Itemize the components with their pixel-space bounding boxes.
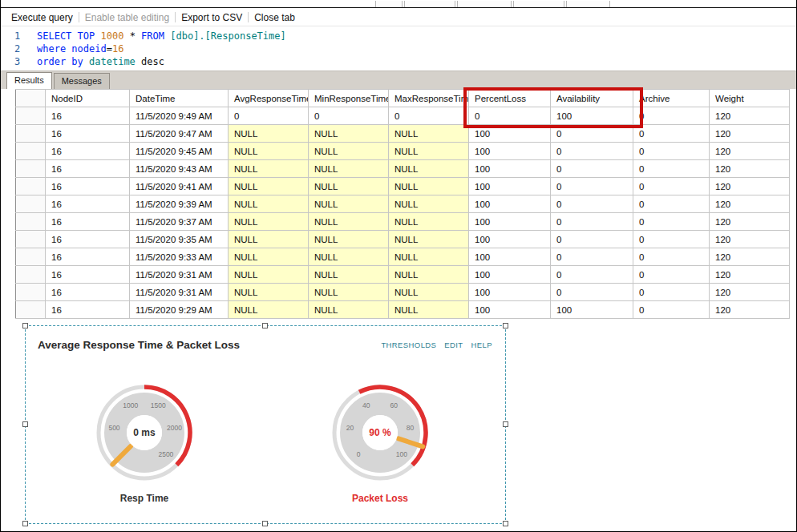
table-cell[interactable]: 120: [710, 301, 790, 319]
table-cell[interactable]: 100: [469, 195, 551, 213]
column-header-avgresponsetime[interactable]: AvgResponseTime: [229, 90, 309, 107]
sql-editor[interactable]: 123 SELECT TOP 1000 * FROM [dbo].[Respon…: [1, 26, 796, 71]
table-cell[interactable]: 11/5/2020 9:43 AM: [130, 160, 229, 178]
table-cell[interactable]: NULL: [389, 231, 469, 248]
table-cell[interactable]: 120: [710, 178, 790, 195]
table-cell[interactable]: 0: [633, 231, 710, 248]
table-cell[interactable]: 100: [469, 284, 551, 301]
table-cell[interactable]: 16: [46, 231, 130, 248]
table-cell[interactable]: NULL: [229, 213, 309, 231]
table-cell[interactable]: 0: [551, 125, 633, 143]
table-cell[interactable]: NULL: [389, 160, 469, 178]
row-selector[interactable]: [16, 107, 46, 125]
table-cell[interactable]: NULL: [229, 248, 309, 266]
table-cell[interactable]: 16: [46, 266, 130, 284]
resize-handle-w[interactable]: [22, 421, 28, 427]
table-cell[interactable]: 11/5/2020 9:39 AM: [130, 195, 229, 213]
widget-selection[interactable]: Average Response Time & Packet Loss THRE…: [25, 325, 506, 524]
table-row[interactable]: 1611/5/2020 9:31 AMNULLNULLNULL10000120: [16, 284, 790, 301]
table-cell[interactable]: 100: [469, 213, 551, 231]
table-row[interactable]: 1611/5/2020 9:37 AMNULLNULLNULL10000120: [16, 213, 790, 231]
row-selector[interactable]: [16, 125, 46, 143]
table-cell[interactable]: 16: [46, 248, 130, 266]
resize-handle-s[interactable]: [262, 521, 268, 526]
table-cell[interactable]: 0: [551, 178, 633, 195]
table-cell[interactable]: NULL: [389, 248, 469, 266]
column-header-availability[interactable]: Availability: [551, 90, 633, 107]
toolbar-item-execute-query[interactable]: Execute query: [6, 12, 79, 23]
table-cell[interactable]: 0: [389, 107, 469, 125]
table-cell[interactable]: NULL: [389, 195, 469, 213]
table-row[interactable]: 1611/5/2020 9:41 AMNULLNULLNULL10000120: [16, 178, 790, 195]
resize-handle-se[interactable]: [503, 521, 508, 526]
select-all-corner[interactable]: [16, 90, 46, 107]
table-row[interactable]: 1611/5/2020 9:45 AMNULLNULLNULL10000120: [16, 143, 790, 160]
table-cell[interactable]: 0: [469, 107, 551, 125]
table-cell[interactable]: NULL: [229, 266, 309, 284]
toolbar-item-export-to-csv[interactable]: Export to CSV: [176, 12, 248, 23]
table-cell[interactable]: 16: [46, 301, 130, 319]
table-cell[interactable]: 16: [46, 178, 130, 195]
table-cell[interactable]: 11/5/2020 9:45 AM: [130, 143, 229, 160]
table-cell[interactable]: 16: [46, 125, 130, 143]
table-cell[interactable]: NULL: [229, 160, 309, 178]
table-cell[interactable]: 11/5/2020 9:37 AM: [130, 213, 229, 231]
toolbar-item-enable-table-editing[interactable]: Enable table editing: [79, 12, 175, 23]
table-cell[interactable]: NULL: [309, 284, 389, 301]
table-cell[interactable]: 0: [551, 160, 633, 178]
table-cell[interactable]: 100: [551, 301, 633, 319]
table-cell[interactable]: 120: [710, 195, 790, 213]
table-cell[interactable]: 100: [469, 231, 551, 248]
table-cell[interactable]: 0: [633, 178, 710, 195]
table-cell[interactable]: 100: [469, 178, 551, 195]
column-header-archive[interactable]: Archive: [633, 90, 710, 107]
table-cell[interactable]: 0: [551, 284, 633, 301]
table-cell[interactable]: NULL: [309, 231, 389, 248]
column-header-weight[interactable]: Weight: [710, 90, 790, 107]
column-header-percentloss[interactable]: PercentLoss: [469, 90, 551, 107]
table-cell[interactable]: 120: [710, 125, 790, 143]
table-row[interactable]: 1611/5/2020 9:35 AMNULLNULLNULL10000120: [16, 231, 790, 248]
row-selector[interactable]: [16, 143, 46, 160]
table-row[interactable]: 1611/5/2020 9:49 AM00001000120: [16, 107, 790, 125]
table-cell[interactable]: 0: [633, 213, 710, 231]
table-cell[interactable]: 0: [633, 160, 710, 178]
table-cell[interactable]: 11/5/2020 9:31 AM: [130, 284, 229, 301]
table-cell[interactable]: NULL: [309, 160, 389, 178]
table-cell[interactable]: 120: [710, 213, 790, 231]
table-cell[interactable]: 16: [46, 195, 130, 213]
table-cell[interactable]: NULL: [309, 143, 389, 160]
table-row[interactable]: 1611/5/2020 9:29 AMNULLNULLNULL100100012…: [16, 301, 790, 319]
widget-link-edit[interactable]: EDIT: [444, 341, 463, 349]
row-selector[interactable]: [16, 248, 46, 266]
table-cell[interactable]: 11/5/2020 9:35 AM: [130, 231, 229, 248]
table-cell[interactable]: NULL: [229, 178, 309, 195]
table-cell[interactable]: 16: [46, 213, 130, 231]
table-cell[interactable]: 0: [633, 248, 710, 266]
table-row[interactable]: 1611/5/2020 9:43 AMNULLNULLNULL10000120: [16, 160, 790, 178]
table-cell[interactable]: NULL: [229, 284, 309, 301]
table-cell[interactable]: 11/5/2020 9:47 AM: [130, 125, 229, 143]
table-cell[interactable]: 11/5/2020 9:33 AM: [130, 248, 229, 266]
table-cell[interactable]: 100: [469, 143, 551, 160]
table-cell[interactable]: 100: [469, 266, 551, 284]
table-cell[interactable]: 0: [633, 266, 710, 284]
table-cell[interactable]: NULL: [229, 143, 309, 160]
table-cell[interactable]: NULL: [309, 248, 389, 266]
table-cell[interactable]: NULL: [309, 213, 389, 231]
table-cell[interactable]: NULL: [229, 231, 309, 248]
column-header-maxresponsetime[interactable]: MaxResponseTime: [389, 90, 469, 107]
table-cell[interactable]: 0: [551, 266, 633, 284]
table-cell[interactable]: 100: [469, 160, 551, 178]
row-selector[interactable]: [16, 213, 46, 231]
table-cell[interactable]: 0: [633, 195, 710, 213]
resize-handle-sw[interactable]: [22, 521, 28, 526]
table-cell[interactable]: 16: [46, 284, 130, 301]
table-cell[interactable]: 0: [551, 195, 633, 213]
table-cell[interactable]: NULL: [309, 266, 389, 284]
table-cell[interactable]: 0: [633, 284, 710, 301]
table-cell[interactable]: 0: [633, 143, 710, 160]
table-cell[interactable]: 120: [710, 248, 790, 266]
table-cell[interactable]: NULL: [389, 301, 469, 319]
table-cell[interactable]: 11/5/2020 9:29 AM: [130, 301, 229, 319]
